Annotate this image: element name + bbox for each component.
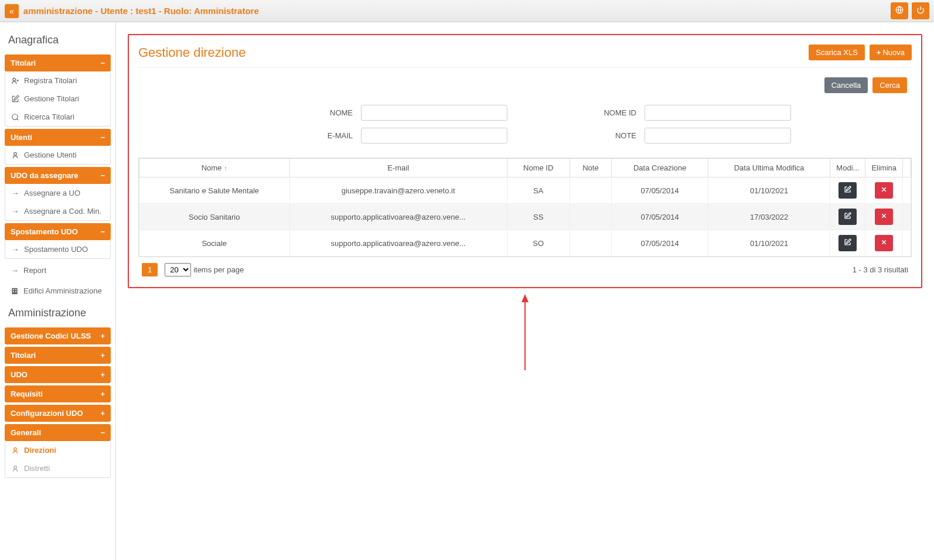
cell-nome-id: SO — [507, 230, 570, 257]
nav-report[interactable]: → Report — [5, 261, 111, 279]
arrow-right-icon: → — [11, 245, 19, 254]
accordion-utenti[interactable]: Utenti − — [5, 129, 111, 146]
accordion-spostamento[interactable]: Spostamento UDO − — [5, 223, 111, 240]
nav-gestione-utenti[interactable]: Gestione Utenti — [5, 146, 110, 164]
svg-rect-12 — [13, 291, 14, 292]
cell-email: supporto.applicativoarea@azero.vene... — [289, 204, 507, 230]
cell-email: supporto.applicativoarea@azero.vene... — [289, 230, 507, 257]
nav-ricerca-titolari[interactable]: Ricerca Titolari — [5, 108, 110, 126]
col-nome[interactable]: Nome↑ — [139, 159, 290, 177]
col-modified[interactable]: Data Ultima Modifica — [708, 159, 830, 177]
nav-assegnare-cod-min[interactable]: → Assegnare a Cod. Min. — [5, 202, 110, 220]
topbar: « amministrazione - Utente : test1 - Ruo… — [0, 0, 934, 22]
minus-icon: − — [100, 133, 105, 142]
table-row: Socio Sanitario supporto.applicativoarea… — [139, 204, 911, 230]
nav-gestione-titolari[interactable]: Gestione Titolari — [5, 90, 110, 108]
svg-point-8 — [14, 152, 17, 155]
nav-direzioni[interactable]: Direzioni — [5, 441, 110, 459]
user-icon — [11, 151, 19, 159]
svg-rect-11 — [15, 289, 16, 290]
sidebar: Anagrafica Titolari − Registra Titolari … — [0, 22, 116, 560]
col-nome-id[interactable]: Nome ID — [507, 159, 570, 177]
edit-icon — [11, 95, 19, 103]
minus-icon: − — [100, 59, 105, 67]
input-nome[interactable] — [361, 105, 507, 121]
col-modifica[interactable]: Modi... — [830, 159, 865, 177]
arrow-right-icon: → — [11, 267, 19, 275]
cell-modified: 17/03/2022 — [708, 204, 830, 230]
edit-icon — [844, 239, 851, 248]
nuova-button[interactable]: +Nuova — [870, 45, 912, 60]
plus-icon: + — [100, 390, 105, 398]
user-plus-icon — [11, 77, 19, 85]
cell-nome: Sociale — [139, 230, 290, 257]
accordion-udo-assegnare[interactable]: UDO da assegnare − — [5, 167, 111, 184]
edit-row-button[interactable] — [838, 209, 857, 225]
delete-row-button[interactable] — [875, 209, 893, 225]
cell-email: giuseppe.travain@azero.veneto.it — [289, 177, 507, 204]
edit-row-button[interactable] — [838, 235, 857, 251]
accordion-admin-titolari[interactable]: Titolari + — [5, 347, 111, 364]
delete-row-button[interactable] — [875, 182, 893, 199]
nav-registra-titolari[interactable]: Registra Titolari — [5, 71, 110, 90]
input-email[interactable] — [361, 128, 507, 144]
nav-assegnare-uo[interactable]: → Assegnare a UO — [5, 184, 110, 202]
label-note: NOTE — [543, 131, 636, 140]
close-icon — [880, 186, 888, 195]
nav-distretti[interactable]: Distretti — [5, 459, 110, 477]
cell-nome-id: SA — [507, 177, 570, 204]
edit-row-button[interactable] — [838, 182, 857, 199]
accordion-udo[interactable]: UDO + — [5, 366, 111, 383]
search-icon — [11, 113, 19, 121]
cancella-button[interactable]: Cancella — [824, 77, 868, 93]
arrow-right-icon: → — [11, 207, 19, 216]
col-note[interactable]: Note — [570, 159, 612, 177]
accordion-titolari[interactable]: Titolari − — [5, 54, 111, 71]
cell-created: 07/05/2014 — [612, 177, 708, 204]
col-created[interactable]: Data Creazione — [612, 159, 708, 177]
globe-icon — [895, 7, 904, 16]
minus-icon: − — [100, 227, 105, 236]
accordion-gestione-codici[interactable]: Gestione Codici ULSS + — [5, 327, 111, 344]
close-icon — [880, 239, 888, 248]
sort-asc-icon: ↑ — [224, 165, 227, 172]
col-elimina[interactable]: Elimina — [865, 159, 903, 177]
table-row: Sanitario e Salute Mentale giuseppe.trav… — [139, 177, 911, 204]
nav-edifici[interactable]: Edifici Amministrazione — [5, 282, 111, 300]
svg-point-14 — [14, 448, 17, 450]
minus-icon: − — [100, 428, 105, 437]
globe-button[interactable] — [891, 2, 908, 19]
results-info: 1 - 3 di 3 risultati — [853, 265, 908, 274]
plus-icon: + — [100, 409, 105, 418]
accordion-requisiti[interactable]: Requisiti + — [5, 385, 111, 402]
input-nome-id[interactable] — [645, 105, 791, 121]
cerca-button[interactable]: Cerca — [872, 77, 907, 93]
accordion-generali[interactable]: Generali − — [5, 424, 111, 441]
chevron-left-icon: « — [9, 6, 14, 16]
input-note[interactable] — [645, 128, 791, 144]
building-icon — [11, 287, 19, 295]
delete-row-button[interactable] — [875, 235, 893, 251]
close-icon — [880, 213, 888, 221]
user-icon — [11, 465, 19, 473]
nav-spostamento-udo[interactable]: → Spostamento UDO — [5, 240, 110, 258]
cell-note — [570, 230, 612, 257]
cell-nome: Sanitario e Salute Mentale — [139, 177, 290, 204]
power-button[interactable] — [912, 2, 929, 19]
scarica-xls-button[interactable]: Scarica XLS — [809, 45, 865, 60]
col-email[interactable]: E-mail — [289, 159, 507, 177]
page-title: amministrazione - Utente : test1 - Ruolo… — [23, 6, 259, 16]
label-nome: NOME — [259, 108, 353, 117]
content-title: Gestione direzione — [138, 45, 246, 60]
section-anagrafica: Anagrafica — [5, 27, 111, 52]
accordion-configurazioni-udo[interactable]: Configurazioni UDO + — [5, 405, 111, 422]
sidebar-toggle-button[interactable]: « — [5, 4, 19, 18]
svg-point-3 — [13, 78, 16, 81]
scrollbar-header — [903, 159, 911, 177]
data-table: Nome↑ E-mail Nome ID Note Data Creazione… — [139, 158, 911, 257]
minus-icon: − — [100, 171, 105, 180]
page-current[interactable]: 1 — [142, 263, 158, 276]
cell-created: 07/05/2014 — [612, 230, 708, 257]
page-size-select[interactable]: 20 — [165, 263, 191, 276]
user-icon — [11, 446, 19, 455]
